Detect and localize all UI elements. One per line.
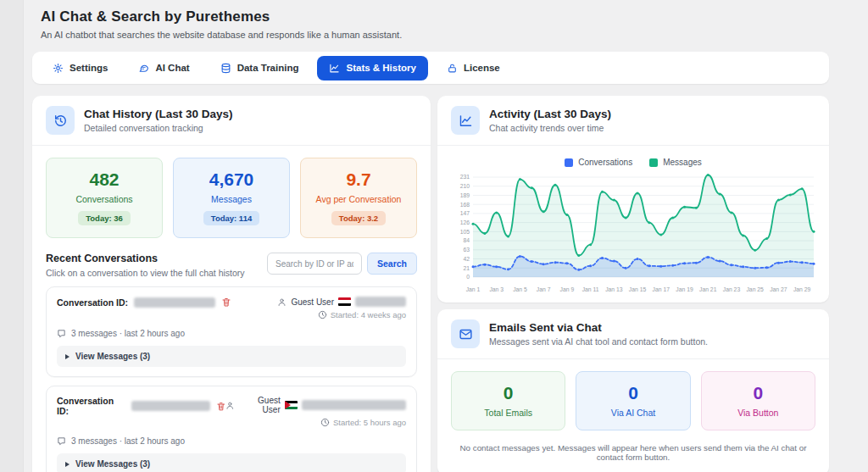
chevron-right-icon	[65, 462, 70, 467]
stat-value: 0	[707, 383, 810, 403]
conversation-id-redacted	[134, 297, 215, 308]
stat-value: 9.7	[306, 169, 411, 190]
emails-stats-row: 0 Total Emails 0 Via AI Chat 0 Via Butto…	[451, 371, 815, 430]
stat-label: Messages	[179, 194, 284, 204]
svg-text:Jan 19: Jan 19	[676, 286, 693, 292]
stat-messages: 4,670 Messages Today: 114	[173, 158, 290, 238]
chart-icon	[329, 63, 340, 74]
svg-text:Jan 23: Jan 23	[723, 286, 741, 292]
recent-conversations-title: Recent Conversations	[46, 253, 245, 264]
chart-legend: Conversations Messages	[448, 158, 819, 167]
messages-summary: 3 messages · last 2 hours ago	[71, 329, 185, 338]
legend-label: Messages	[663, 158, 702, 167]
search-input[interactable]	[267, 253, 362, 275]
chat-history-title: Chat History (Last 30 Days)	[84, 108, 233, 120]
tab-label: AI Chat	[155, 63, 189, 73]
history-icon	[46, 106, 75, 135]
emails-panel: Emails Sent via Chat Messages sent via A…	[437, 309, 829, 472]
svg-text:Jan 15: Jan 15	[629, 286, 647, 292]
page-title: AI Chat & Search by Purethemes	[41, 8, 837, 25]
svg-text:0: 0	[466, 274, 470, 280]
tab-settings[interactable]: Settings	[41, 56, 120, 81]
chevron-right-icon	[65, 354, 70, 359]
svg-text:Jan 11: Jan 11	[582, 286, 599, 292]
country-flag	[338, 297, 351, 306]
svg-text:168: 168	[460, 202, 470, 208]
chat-history-subtitle: Detailed conversation tracking	[84, 123, 233, 133]
svg-text:42: 42	[463, 256, 470, 262]
svg-text:126: 126	[460, 219, 470, 225]
tab-bar: Settings AI Chat Data Training Stats & H…	[32, 52, 829, 84]
legend-messages[interactable]: Messages	[649, 158, 702, 167]
tab-license[interactable]: License	[435, 56, 512, 81]
legend-conversations[interactable]: Conversations	[565, 158, 632, 167]
messages-summary: 3 messages · last 2 hours ago	[71, 436, 185, 446]
svg-text:Jan 13: Jan 13	[605, 286, 623, 292]
svg-text:189: 189	[460, 192, 470, 198]
view-messages-label: View Messages (3)	[75, 459, 150, 469]
view-messages-label: View Messages (3)	[75, 352, 150, 361]
person-icon	[277, 297, 287, 307]
tab-stats-history[interactable]: Stats & History	[317, 56, 427, 81]
plugin-page: AI Chat & Search by Purethemes An AI cha…	[24, 0, 837, 472]
person-icon	[225, 401, 235, 410]
activity-panel: Activity (Last 30 Days) Chat activity tr…	[437, 96, 829, 303]
stat-total-emails: 0 Total Emails	[451, 371, 565, 430]
view-messages-toggle[interactable]: View Messages (3)	[57, 453, 406, 472]
trash-icon[interactable]	[216, 401, 226, 412]
activity-title: Activity (Last 30 Days)	[489, 108, 611, 120]
tab-label: Data Training	[237, 63, 299, 73]
chat-history-panel: Chat History (Last 30 Days) Detailed con…	[32, 96, 431, 472]
conversation-id-label: Conversation ID:	[57, 396, 125, 416]
svg-text:231: 231	[460, 174, 470, 180]
page-subtitle: An AI chatbot that searches the website …	[41, 30, 837, 40]
view-messages-toggle[interactable]: View Messages (3)	[57, 346, 406, 367]
conversation-id-label: Conversation ID:	[57, 297, 128, 308]
activity-subtitle: Chat activity trends over time	[489, 123, 611, 133]
activity-chart[interactable]: 021426384105126147168189210231Jan 1Jan 3…	[448, 169, 819, 297]
stat-avg-per-conversation: 9.7 Avg per Conversation Today: 3.2	[300, 158, 417, 238]
svg-text:84: 84	[463, 237, 470, 243]
stat-label: Via AI Chat	[581, 408, 684, 418]
stat-value: 0	[457, 383, 559, 403]
svg-text:63: 63	[463, 247, 470, 253]
stat-via-button: 0 Via Button	[701, 371, 815, 430]
emails-empty-note: No contact messages yet. Messages will a…	[451, 443, 815, 462]
svg-text:Jan 27: Jan 27	[770, 286, 787, 292]
legend-swatch-conversations	[565, 158, 573, 167]
emails-title: Emails Sent via Chat	[489, 321, 708, 334]
stat-badge: Today: 3.2	[331, 211, 386, 225]
chat-icon	[138, 63, 149, 74]
stat-badge: Today: 36	[78, 211, 131, 225]
tab-label: Settings	[70, 63, 108, 73]
svg-text:Jan 17: Jan 17	[653, 286, 670, 292]
svg-text:Jan 7: Jan 7	[537, 286, 551, 292]
stat-label: Via Button	[707, 408, 810, 418]
conversation-card[interactable]: Conversation ID: Guest User	[46, 386, 417, 472]
database-icon	[220, 63, 231, 74]
guest-user-label: Guest User	[291, 297, 334, 307]
ip-address-redacted	[355, 297, 406, 307]
clock-icon	[320, 418, 330, 427]
clock-icon	[318, 310, 327, 319]
svg-text:147: 147	[460, 210, 470, 216]
lock-icon	[447, 63, 458, 74]
stat-label: Total Emails	[457, 408, 559, 418]
started-label: Started: 5 hours ago	[333, 418, 406, 427]
svg-text:Jan 29: Jan 29	[793, 286, 811, 292]
envelope-icon	[451, 319, 480, 348]
svg-text:Jan 3: Jan 3	[489, 286, 504, 292]
stat-value: 482	[52, 169, 157, 190]
svg-text:105: 105	[460, 229, 470, 235]
trash-icon[interactable]	[221, 297, 231, 308]
tab-ai-chat[interactable]: AI Chat	[126, 56, 201, 81]
stat-badge: Today: 114	[203, 211, 259, 225]
svg-text:Jan 1: Jan 1	[466, 286, 481, 292]
stat-label: Avg per Conversation	[306, 194, 411, 204]
tab-data-training[interactable]: Data Training	[209, 56, 311, 81]
ip-address-redacted	[302, 400, 406, 410]
conversation-card[interactable]: Conversation ID: Guest User	[46, 286, 417, 377]
message-bubble-icon	[57, 329, 66, 338]
search-button[interactable]: Search	[367, 253, 417, 275]
started-label: Started: 4 weeks ago	[331, 310, 406, 319]
